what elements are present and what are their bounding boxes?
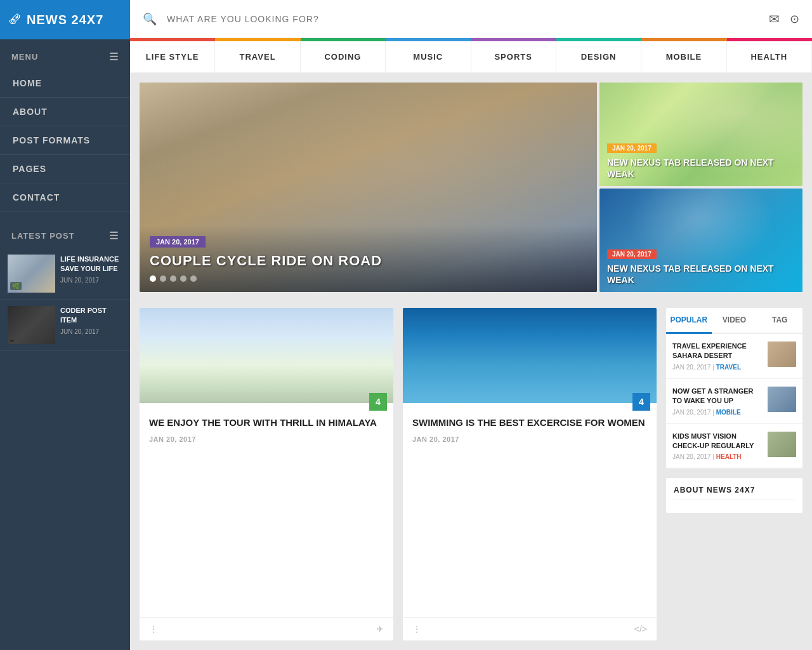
tab-item-kids-thumb [768, 432, 796, 457]
sidebar-nav: HOMEABOUTPOST FORMATSPAGESCONTACT [0, 69, 130, 212]
tab-item-stranger-thumb [768, 387, 796, 412]
tab-item-stranger-category[interactable]: MOBILE [716, 409, 741, 416]
tab-video[interactable]: VIDEO [712, 308, 757, 334]
tab-item-travel-content: TRAVEL EXPERIENCE SAHARA DESERT JAN 20, … [672, 342, 763, 371]
tab-item-travel: TRAVEL EXPERIENCE SAHARA DESERT JAN 20, … [666, 334, 802, 379]
sidebar-post-thumb-coder [8, 306, 55, 344]
hero-side-panels: JAN 20, 2017 NEW NEXUS TAB RELEASED ON N… [599, 83, 802, 292]
mail-icon[interactable]: ✉ [769, 11, 780, 27]
header-icons: ✉ ⊙ [769, 11, 799, 27]
tab-item-kids: KIDS MUST VISION CHECK-UP REGULARLY JAN … [666, 424, 802, 469]
article-swimming: 4 SWIMMING IS THE BEST EXCERCISE FOR WOM… [403, 308, 657, 640]
hamburger-icon[interactable]: ☰ [109, 51, 119, 63]
user-icon[interactable]: ⊙ [790, 12, 799, 26]
article-himalaya-body: WE ENJOY THE TOUR WITH THRILL IN HIMALAY… [140, 403, 393, 617]
hero-dot-1[interactable] [150, 275, 156, 282]
sidebar-item-about[interactable]: ABOUT [0, 98, 130, 126]
nav-item-health[interactable]: HEALTH [727, 41, 812, 72]
hero-side-bottom-date: JAN 20, 2017 [607, 249, 657, 259]
nav-item-design[interactable]: DESIGN [556, 41, 641, 72]
tab-popular[interactable]: POPULAR [666, 308, 712, 334]
tab-item-kids-content: KIDS MUST VISION CHECK-UP REGULARLY JAN … [672, 432, 763, 461]
sidebar-post-title-coder: CODER POST ITEM [60, 306, 122, 326]
article-swimming-title: SWIMMING IS THE BEST EXCERCISE FOR WOMEN [412, 416, 647, 429]
hero-side-panel-top: JAN 20, 2017 NEW NEXUS TAB RELEASED ON N… [599, 83, 802, 186]
tab-item-travel-category[interactable]: TRAVEL [716, 364, 741, 371]
tab-item-travel-meta: JAN 20, 2017 | TRAVEL [672, 364, 763, 371]
article-swimming-comment-count: 4 [632, 393, 650, 411]
logo-text: NEWS 24X7 [27, 13, 103, 27]
sidebar-post-title-life-insurance: LIFE INSURANCE SAVE YOUR LIFE [60, 255, 122, 274]
tab-items-list: TRAVEL EXPERIENCE SAHARA DESERT JAN 20, … [666, 334, 802, 468]
article-swimming-body: SWIMMING IS THE BEST EXCERCISE FOR WOMEN… [403, 403, 657, 617]
content-area: 4 WE ENJOY THE TOUR WITH THRILL IN HIMAL… [130, 298, 812, 650]
search-input[interactable] [167, 14, 763, 24]
sidebar: 🗞 NEWS 24X7 MENU ☰ HOMEABOUTPOST FORMATS… [0, 0, 130, 650]
hero-dot-4[interactable] [180, 275, 187, 282]
hero-main-overlay: JAN 20, 2017 COUPLE CYCLE RIDE ON ROAD [140, 225, 597, 292]
article-swimming-footer: ⋮ </> [403, 617, 657, 640]
sidebar-post-content-life-insurance: LIFE INSURANCE SAVE YOUR LIFE JUN 20, 20… [60, 255, 122, 293]
article-himalaya-footer: ⋮ ✈ [140, 617, 393, 640]
nav-item-lifestyle[interactable]: LIFE STYLE [130, 41, 215, 72]
tab-tag[interactable]: TAG [757, 308, 802, 334]
sidebar-post-icon-life-insurance: 🌿 [10, 282, 22, 290]
latest-post-menu-icon[interactable]: ☰ [109, 230, 119, 242]
article-himalaya: 4 WE ENJOY THE TOUR WITH THRILL IN HIMAL… [140, 308, 393, 640]
article-himalaya-date: JAN 20, 2017 [149, 435, 384, 443]
sidebar-item-post-formats[interactable]: POST FORMATS [0, 126, 130, 155]
hero-main-slide: JAN 20, 2017 COUPLE CYCLE RIDE ON ROAD [140, 83, 597, 292]
hero-side-top-overlay: JAN 20, 2017 NEW NEXUS TAB RELEASED ON N… [599, 135, 802, 186]
hero-dot-5[interactable] [190, 275, 197, 282]
sidebar-post-date-life-insurance: JUN 20, 2017 [60, 277, 122, 284]
hero-dots [150, 275, 587, 282]
sidebar-post-content-coder: CODER POST ITEM JUN 20, 2017 [60, 306, 122, 344]
latest-post-label: LATEST POST [11, 231, 75, 241]
tab-item-travel-title: TRAVEL EXPERIENCE SAHARA DESERT [672, 342, 763, 361]
sidebar-item-pages[interactable]: PAGES [0, 155, 130, 183]
sidebar-item-home[interactable]: HOME [0, 69, 130, 98]
tab-item-stranger-title: NOW GET A STRANGER TO WAKE YOU UP [672, 387, 763, 406]
tab-item-stranger: NOW GET A STRANGER TO WAKE YOU UP JAN 20… [666, 379, 802, 424]
tab-item-kids-category[interactable]: HEALTH [716, 453, 742, 460]
hero-dot-3[interactable] [170, 275, 176, 282]
sidebar-post-date-coder: JUN 20, 2017 [60, 328, 122, 335]
article-himalaya-comment-count: 4 [369, 393, 387, 411]
nav-item-sports[interactable]: SPORTS [471, 41, 556, 72]
article-himalaya-thumb: 4 [140, 308, 393, 403]
share-icon-2[interactable]: ⋮ [412, 624, 421, 634]
tab-item-stranger-meta: JAN 20, 2017 | MOBILE [672, 409, 763, 416]
share-icon[interactable]: ⋮ [149, 624, 158, 634]
hero-date-badge: JAN 20, 2017 [150, 236, 206, 248]
sidebar-posts: 🌿 LIFE INSURANCE SAVE YOUR LIFE JUN 20, … [0, 248, 130, 351]
hero-dot-2[interactable] [160, 275, 166, 282]
hero-section: JAN 20, 2017 COUPLE CYCLE RIDE ON ROAD J… [130, 73, 812, 298]
nav-item-mobile[interactable]: MOBILE [641, 41, 726, 72]
sidebar-item-contact[interactable]: CONTACT [0, 183, 130, 212]
sidebar-post-icon-coder [10, 340, 14, 342]
sidebar-menu-header: MENU ☰ [0, 39, 130, 69]
right-sidebar: POPULAR VIDEO TAG TRAVEL EXPERIENCE SAHA… [666, 308, 802, 640]
nav-item-travel[interactable]: TRAVEL [215, 41, 300, 72]
article-swimming-thumb: 4 [403, 308, 657, 403]
nav-item-coding[interactable]: CODING [301, 41, 386, 72]
sidebar-post-life-insurance[interactable]: 🌿 LIFE INSURANCE SAVE YOUR LIFE JUN 20, … [0, 248, 130, 300]
nav-item-music[interactable]: MUSIC [386, 41, 471, 72]
tab-item-kids-meta: JAN 20, 2017 | HEALTH [672, 453, 763, 460]
sidebar-post-coder[interactable]: CODER POST ITEM JUN 20, 2017 [0, 300, 130, 351]
header: 🔍 ✉ ⊙ [130, 0, 812, 38]
search-icon: 🔍 [143, 12, 157, 26]
articles-list: 4 WE ENJOY THE TOUR WITH THRILL IN HIMAL… [140, 308, 657, 640]
main-nav: LIFE STYLETRAVELCODINGMUSICSPORTSDESIGNM… [130, 41, 812, 73]
hero-side-bottom-overlay: JAN 20, 2017 NEW NEXUS TAB RELEASED ON N… [599, 241, 802, 292]
bookmark-icon[interactable]: ✈ [376, 624, 384, 634]
tab-item-travel-thumb [768, 342, 796, 367]
code-icon[interactable]: </> [634, 624, 647, 634]
newspaper-icon: 🗞 [8, 11, 22, 28]
tab-item-stranger-content: NOW GET A STRANGER TO WAKE YOU UP JAN 20… [672, 387, 763, 416]
hero-side-bottom-title: NEW NEXUS TAB RELEASED ON NEXT WEAK [607, 263, 795, 286]
about-widget-title: ABOUT NEWS 24X7 [674, 486, 795, 500]
menu-label: MENU [11, 52, 38, 62]
sidebar-logo[interactable]: 🗞 NEWS 24X7 [0, 0, 130, 39]
article-himalaya-title: WE ENJOY THE TOUR WITH THRILL IN HIMALAY… [149, 416, 384, 429]
